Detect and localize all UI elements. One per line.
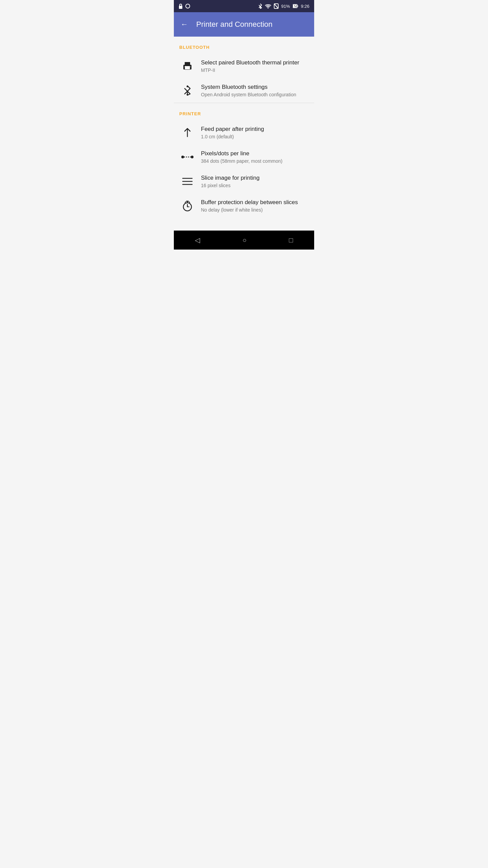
bluetooth-section-header: BLUETOOTH [174,37,314,54]
select-printer-item[interactable]: Select paired Bluetooth thermal printer … [174,54,314,78]
back-button[interactable]: ← [179,19,189,30]
app-bar: ← Printer and Connection [174,12,314,37]
buffer-delay-text: Buffer protection delay between slices N… [201,199,309,213]
svg-line-4 [274,4,278,8]
timer-icon [179,200,196,212]
status-bar-left [179,3,190,9]
bluetooth-section: BLUETOOTH Select paired Bluetooth therma… [174,37,314,103]
arrow-up-icon [179,127,196,138]
buffer-delay-item[interactable]: Buffer protection delay between slices N… [174,194,314,218]
nav-home-button[interactable]: ○ [236,234,253,247]
content: BLUETOOTH Select paired Bluetooth therma… [174,37,314,231]
select-printer-title: Select paired Bluetooth thermal printer [201,59,309,66]
dots-line-icon [179,154,196,160]
slice-image-item[interactable]: Slice image for printing 16 pixel slices [174,169,314,194]
slice-image-text: Slice image for printing 16 pixel slices [201,175,309,188]
slice-image-title: Slice image for printing [201,175,309,181]
buffer-delay-subtitle: No delay (lower if white lines) [201,207,309,213]
system-bluetooth-title: System Bluetooth settings [201,84,309,91]
lines-icon [179,177,196,186]
nav-bar: ◁ ○ □ [174,231,314,250]
system-bluetooth-text: System Bluetooth settings Open Android s… [201,84,309,97]
svg-rect-9 [185,62,190,65]
feed-paper-title: Feed paper after printing [201,126,309,133]
feed-paper-text: Feed paper after printing 1.0 cm (defaul… [201,126,309,139]
status-bar-right: 91% 9:26 [258,3,309,9]
svg-line-28 [189,202,190,203]
svg-point-18 [191,156,194,158]
pixels-dots-text: Pixels/dots per line 384 dots (58mm pape… [201,150,309,164]
svg-rect-7 [297,5,298,7]
svg-point-12 [190,66,191,67]
svg-point-2 [267,8,268,9]
printer-icon [179,61,196,71]
pixels-dots-subtitle: 384 dots (58mm paper, most common) [201,158,309,164]
svg-rect-10 [185,67,190,70]
lock-icon [179,3,183,9]
battery-level: 91% [281,4,290,9]
circle-icon [185,4,190,8]
pixels-dots-title: Pixels/dots per line [201,150,309,157]
svg-point-1 [186,4,190,8]
printer-section: PRINTER Feed paper after printing 1.0 cm… [174,103,314,218]
svg-point-16 [181,156,184,158]
bluetooth-icon [179,85,196,96]
select-printer-text: Select paired Bluetooth thermal printer … [201,59,309,73]
svg-point-14 [187,86,188,87]
battery-icon [293,4,298,8]
svg-point-13 [187,94,188,96]
feed-paper-subtitle: 1.0 cm (default) [201,134,309,139]
bluetooth-status-icon [258,3,262,9]
select-printer-subtitle: MTP-II [201,67,309,73]
status-time: 9:26 [301,4,309,9]
system-bluetooth-item[interactable]: System Bluetooth settings Open Android s… [174,78,314,103]
svg-line-27 [185,202,186,203]
wifi-icon [265,4,271,8]
feed-paper-item[interactable]: Feed paper after printing 1.0 cm (defaul… [174,120,314,145]
no-sim-icon [274,3,279,9]
pixels-dots-item[interactable]: Pixels/dots per line 384 dots (58mm pape… [174,145,314,169]
svg-rect-11 [185,66,190,67]
system-bluetooth-subtitle: Open Android system Bluetooth configurat… [201,92,309,97]
app-bar-title: Printer and Connection [196,20,272,29]
svg-rect-0 [179,6,182,9]
buffer-delay-title: Buffer protection delay between slices [201,199,309,206]
nav-recents-button[interactable]: □ [282,234,300,247]
status-bar: 91% 9:26 [174,0,314,12]
slice-image-subtitle: 16 pixel slices [201,183,309,188]
printer-section-header: PRINTER [174,103,314,120]
nav-back-button[interactable]: ◁ [188,233,207,247]
